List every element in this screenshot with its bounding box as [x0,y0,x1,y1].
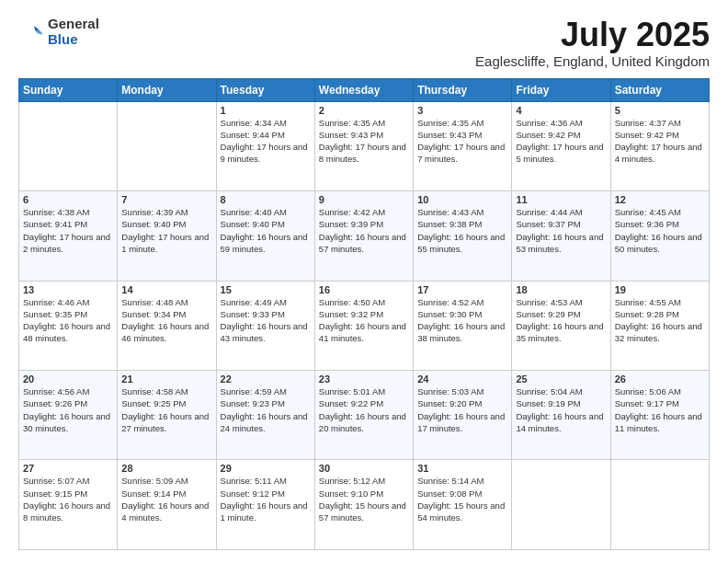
table-row: 27 Sunrise: 5:07 AM Sunset: 9:15 PM Dayl… [19,460,118,550]
sunset-text: Sunset: 9:28 PM [615,308,705,320]
sunrise-text: Sunrise: 4:42 AM [319,206,409,218]
sunrise-text: Sunrise: 4:35 AM [417,117,507,129]
calendar-week-row: 1 Sunrise: 4:34 AM Sunset: 9:44 PM Dayli… [19,101,710,190]
table-row: 6 Sunrise: 4:38 AM Sunset: 9:41 PM Dayli… [19,191,118,281]
sunrise-text: Sunrise: 4:39 AM [121,206,211,218]
daylight-text: Daylight: 17 hours and 4 minutes. [615,141,705,166]
daylight-text: Daylight: 16 hours and 20 minutes. [319,410,409,435]
sunrise-text: Sunrise: 4:35 AM [319,117,409,129]
daylight-text: Daylight: 16 hours and 41 minutes. [319,320,409,345]
sunrise-text: Sunrise: 4:53 AM [516,296,606,308]
daylight-text: Daylight: 16 hours and 46 minutes. [121,320,211,345]
daylight-text: Daylight: 16 hours and 24 minutes. [221,410,311,435]
daylight-text: Daylight: 17 hours and 5 minutes. [516,141,606,166]
daylight-text: Daylight: 17 hours and 7 minutes. [417,141,507,166]
table-row: 13 Sunrise: 4:46 AM Sunset: 9:35 PM Dayl… [19,281,118,370]
sunset-text: Sunset: 9:32 PM [319,308,409,320]
sunset-text: Sunset: 9:29 PM [516,308,606,320]
main-title: July 2025 [475,17,710,53]
daylight-text: Daylight: 15 hours and 54 minutes. [417,500,507,524]
sunset-text: Sunset: 9:08 PM [417,488,507,500]
calendar-table: Sunday Monday Tuesday Wednesday Thursday… [18,78,710,550]
logo-icon [18,19,44,45]
daylight-text: Daylight: 16 hours and 8 minutes. [23,500,113,524]
daylight-text: Daylight: 16 hours and 48 minutes. [23,320,113,345]
day-number: 3 [417,105,507,116]
day-number: 7 [121,194,211,205]
header-saturday: Saturday [610,78,709,101]
day-info: Sunrise: 4:46 AM Sunset: 9:35 PM Dayligh… [23,296,113,345]
table-row: 11 Sunrise: 4:44 AM Sunset: 9:37 PM Dayl… [512,191,610,281]
sunrise-text: Sunrise: 4:56 AM [23,385,113,397]
calendar-week-row: 20 Sunrise: 4:56 AM Sunset: 9:26 PM Dayl… [19,371,710,460]
day-info: Sunrise: 4:53 AM Sunset: 9:29 PM Dayligh… [516,296,606,345]
daylight-text: Daylight: 16 hours and 59 minutes. [221,231,311,256]
sunset-text: Sunset: 9:10 PM [319,488,409,500]
day-info: Sunrise: 4:39 AM Sunset: 9:40 PM Dayligh… [121,206,211,255]
sunset-text: Sunset: 9:22 PM [319,397,409,409]
table-row: 22 Sunrise: 4:59 AM Sunset: 9:23 PM Dayl… [216,371,314,460]
day-info: Sunrise: 5:12 AM Sunset: 9:10 PM Dayligh… [319,475,409,523]
daylight-text: Daylight: 16 hours and 53 minutes. [516,231,606,256]
sunset-text: Sunset: 9:20 PM [417,397,507,409]
sunrise-text: Sunrise: 4:37 AM [615,117,705,129]
day-info: Sunrise: 4:40 AM Sunset: 9:40 PM Dayligh… [221,206,311,255]
table-row: 9 Sunrise: 4:42 AM Sunset: 9:39 PM Dayli… [314,191,413,281]
day-info: Sunrise: 5:04 AM Sunset: 9:19 PM Dayligh… [516,385,606,434]
day-info: Sunrise: 4:59 AM Sunset: 9:23 PM Dayligh… [221,385,311,434]
day-info: Sunrise: 4:36 AM Sunset: 9:42 PM Dayligh… [516,117,606,166]
day-number: 6 [23,194,113,205]
sunrise-text: Sunrise: 4:40 AM [221,206,311,218]
page: General Blue July 2025 Eaglescliffe, Eng… [0,0,728,563]
table-row: 18 Sunrise: 4:53 AM Sunset: 9:29 PM Dayl… [512,281,610,370]
table-row: 26 Sunrise: 5:06 AM Sunset: 9:17 PM Dayl… [610,371,709,460]
sunset-text: Sunset: 9:39 PM [319,218,409,230]
sunset-text: Sunset: 9:19 PM [516,397,606,409]
table-row: 4 Sunrise: 4:36 AM Sunset: 9:42 PM Dayli… [512,101,610,190]
table-row: 20 Sunrise: 4:56 AM Sunset: 9:26 PM Dayl… [19,371,118,460]
day-number: 29 [221,463,311,474]
sunrise-text: Sunrise: 5:01 AM [319,385,409,397]
table-row: 8 Sunrise: 4:40 AM Sunset: 9:40 PM Dayli… [216,191,314,281]
table-row [512,460,610,550]
table-row: 16 Sunrise: 4:50 AM Sunset: 9:32 PM Dayl… [314,281,413,370]
daylight-text: Daylight: 17 hours and 9 minutes. [221,141,311,166]
day-number: 2 [319,105,409,116]
sunrise-text: Sunrise: 4:34 AM [221,117,311,129]
day-number: 5 [615,105,705,116]
day-number: 18 [516,284,606,295]
sunrise-text: Sunrise: 4:36 AM [516,117,606,129]
sunset-text: Sunset: 9:23 PM [221,397,311,409]
day-number: 8 [221,194,311,205]
sunset-text: Sunset: 9:12 PM [221,488,311,500]
day-number: 17 [417,284,507,295]
header-friday: Friday [512,78,610,101]
table-row [118,101,216,190]
table-row: 14 Sunrise: 4:48 AM Sunset: 9:34 PM Dayl… [118,281,216,370]
logo-text: General Blue [48,17,99,47]
header-wednesday: Wednesday [314,78,413,101]
daylight-text: Daylight: 16 hours and 1 minute. [221,500,311,524]
day-number: 12 [615,194,705,205]
day-info: Sunrise: 4:42 AM Sunset: 9:39 PM Dayligh… [319,206,409,255]
sunrise-text: Sunrise: 4:45 AM [615,206,705,218]
daylight-text: Daylight: 16 hours and 30 minutes. [23,410,113,435]
sunset-text: Sunset: 9:30 PM [417,308,507,320]
header: General Blue July 2025 Eaglescliffe, Eng… [18,17,710,69]
daylight-text: Daylight: 16 hours and 57 minutes. [319,231,409,256]
daylight-text: Daylight: 16 hours and 14 minutes. [516,410,606,435]
daylight-text: Daylight: 16 hours and 17 minutes. [417,410,507,435]
day-info: Sunrise: 4:43 AM Sunset: 9:38 PM Dayligh… [417,206,507,255]
table-row: 21 Sunrise: 4:58 AM Sunset: 9:25 PM Dayl… [118,371,216,460]
sunset-text: Sunset: 9:35 PM [23,308,113,320]
table-row: 31 Sunrise: 5:14 AM Sunset: 9:08 PM Dayl… [414,460,512,550]
daylight-text: Daylight: 17 hours and 1 minute. [121,231,211,256]
calendar-week-row: 6 Sunrise: 4:38 AM Sunset: 9:41 PM Dayli… [19,191,710,281]
table-row: 25 Sunrise: 5:04 AM Sunset: 9:19 PM Dayl… [512,371,610,460]
sunset-text: Sunset: 9:44 PM [221,129,311,141]
sunset-text: Sunset: 9:34 PM [121,308,211,320]
day-number: 25 [516,373,606,385]
table-row: 2 Sunrise: 4:35 AM Sunset: 9:43 PM Dayli… [314,101,413,190]
table-row: 28 Sunrise: 5:09 AM Sunset: 9:14 PM Dayl… [118,460,216,550]
day-number: 20 [23,373,113,385]
